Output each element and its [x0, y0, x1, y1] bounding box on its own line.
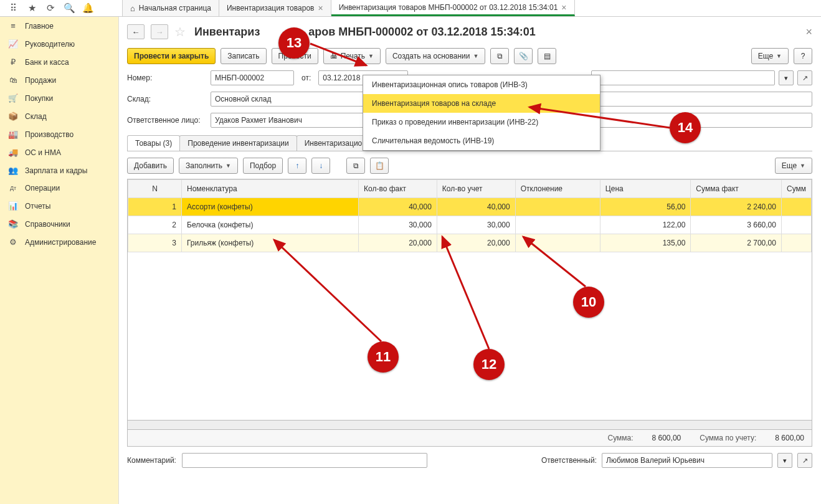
nav-payroll[interactable]: 👥Зарплата и кадры [0, 161, 118, 179]
nav-bank[interactable]: ₽Банк и касса [0, 53, 118, 71]
horizontal-scrollbar[interactable] [127, 421, 812, 430]
report-button[interactable]: ▤ [538, 48, 556, 64]
star-icon[interactable]: ☆ [174, 24, 186, 39]
close-icon[interactable]: × [561, 2, 566, 12]
col-n[interactable]: N [128, 180, 182, 198]
help-button[interactable]: ? [794, 48, 812, 64]
print-label: Печать [341, 52, 365, 60]
col-sum-cut[interactable]: Сумм [781, 180, 811, 198]
more-label: Еще [782, 161, 797, 170]
bell-icon[interactable]: 🔔 [78, 2, 97, 14]
annotation-11: 11 [368, 341, 399, 373]
close-page-button[interactable]: × [805, 26, 812, 39]
move-down-button[interactable]: ↓ [311, 158, 330, 174]
nav-label: Администрирование [25, 238, 96, 247]
chevron-down-icon: ▼ [225, 163, 231, 169]
table-more-button[interactable]: Еще▼ [775, 158, 812, 174]
chevron-down-icon: ▼ [368, 53, 374, 59]
nav-catalogs[interactable]: 📚Справочники [0, 215, 118, 233]
number-input[interactable]: МНБП-000002 [211, 70, 294, 85]
comment-input[interactable] [182, 453, 427, 468]
nav-purchase[interactable]: 🛒Покупки [0, 89, 118, 107]
forward-button[interactable]: → [151, 24, 168, 39]
create-based-label: Создать на основании [392, 52, 470, 60]
sum-label: Сумма: [607, 434, 633, 442]
search-icon[interactable]: 🔍 [60, 2, 78, 14]
footer-resp-input[interactable]: Любимов Валерий Юрьевич [602, 453, 772, 468]
cell-price: 135,00 [600, 234, 691, 252]
nav-warehouse[interactable]: 📦Склад [0, 107, 118, 125]
tab-inventory-doc[interactable]: Инвентаризация товаров МНБП-000002 от 03… [331, 0, 575, 16]
structure-button[interactable]: ⧉ [490, 48, 509, 64]
page-header: ← → ☆ Инвентаризация товаров МНБП-000002… [127, 24, 812, 39]
move-up-button[interactable]: ↑ [288, 158, 306, 174]
paste-button[interactable]: 📋 [370, 158, 389, 174]
more-button[interactable]: Еще▼ [751, 48, 789, 64]
nav-main[interactable]: ≡Главное [0, 17, 118, 35]
fill-label: Заполнить [186, 161, 222, 170]
tab-home[interactable]: ⌂ Начальная страница [123, 0, 219, 16]
write-button[interactable]: Записать [221, 48, 266, 64]
org-open-button[interactable]: ↗ [797, 70, 812, 85]
create-based-button[interactable]: Создать на основании▼ [386, 48, 485, 64]
print-item-inv3[interactable]: Инвентаризационная опись товаров (ИНВ-3) [363, 75, 600, 94]
nav-assets[interactable]: 🚚ОС и НМА [0, 143, 118, 161]
post-and-close-button[interactable]: Провести и закрыть [127, 48, 216, 64]
sidebar: ≡Главное 📈Руководителю ₽Банк и касса 🛍Пр… [0, 17, 119, 504]
tab-inventory-list[interactable]: Инвентаризация товаров × [219, 0, 331, 16]
org-input[interactable] [591, 70, 775, 85]
subtab-carrying[interactable]: Проведение инвентаризации [179, 135, 297, 151]
col-price[interactable]: Цена [600, 180, 691, 198]
chevron-down-icon: ▼ [473, 53, 478, 59]
cell-sum-fact: 2 700,00 [691, 234, 782, 252]
col-qty-fact[interactable]: Кол-во факт [359, 180, 437, 198]
cell-qty-acct: 40,000 [437, 198, 515, 216]
footer-row: Комментарий: Ответственный: Любимов Вале… [127, 453, 812, 468]
from-label: от: [301, 74, 311, 82]
table-row[interactable]: 3Грильяж (конфеты)20,00020,000135,002 70… [128, 234, 812, 252]
apps-icon[interactable]: ⠿ [4, 2, 22, 14]
nav-manager[interactable]: 📈Руководителю [0, 35, 118, 53]
attach-button[interactable]: 📎 [514, 48, 533, 64]
cell-sum-cut [781, 216, 811, 234]
footer-resp-label: Ответственный: [541, 456, 597, 465]
cell-sum-cut [781, 198, 811, 216]
table-row[interactable]: 2Белочка (конфеты)30,00030,000122,003 66… [128, 216, 812, 234]
responsible-label: Ответственное лицо: [127, 116, 207, 125]
nav-operations[interactable]: ДтОперации [0, 179, 118, 197]
nav-admin[interactable]: ⚙Администрирование [0, 233, 118, 251]
close-icon[interactable]: × [318, 3, 323, 13]
table-row[interactable]: 1Ассорти (конфеты)40,00040,00056,002 240… [128, 198, 812, 216]
history-icon[interactable]: ⟳ [41, 2, 60, 14]
nav-production[interactable]: 🏭Производство [0, 125, 118, 143]
chevron-down-icon: ▼ [800, 163, 805, 169]
col-nomenclature[interactable]: Номенклатура [182, 180, 359, 198]
print-menu: Инвентаризационная опись товаров (ИНВ-3)… [363, 75, 600, 151]
col-sum-fact[interactable]: Сумма факт [691, 180, 782, 198]
fill-button[interactable]: Заполнить▼ [179, 158, 238, 174]
col-qty-acct[interactable]: Кол-во учет [437, 180, 515, 198]
more-label: Еще [758, 52, 773, 60]
people-icon: 👥 [7, 166, 19, 175]
nav-reports[interactable]: 📊Отчеты [0, 197, 118, 215]
copy-button[interactable]: ⧉ [346, 158, 365, 174]
print-item-warehouse-inventory[interactable]: Инвентаризация товаров на складе [363, 94, 600, 113]
add-row-button[interactable]: Добавить [127, 158, 174, 174]
col-deviation[interactable]: Отклонение [515, 180, 600, 198]
print-item-inv19[interactable]: Сличительная ведомость (ИНВ-19) [363, 131, 600, 150]
goods-table[interactable]: N Номенклатура Кол-во факт Кол-во учет О… [127, 179, 812, 421]
cell-nomenclature: Ассорти (конфеты) [182, 198, 359, 216]
cell-nomenclature: Белочка (конфеты) [182, 216, 359, 234]
favorite-icon[interactable]: ★ [22, 2, 41, 14]
nav-label: Главное [25, 22, 54, 31]
cell-n: 3 [128, 234, 182, 252]
resp-open-button[interactable]: ↗ [797, 453, 812, 468]
nav-sales[interactable]: 🛍Продажи [0, 71, 118, 89]
subtab-goods[interactable]: Товары (3) [127, 135, 180, 151]
print-button[interactable]: 🖶Печать▼ [323, 48, 381, 64]
pick-button[interactable]: Подбор [243, 158, 283, 174]
back-button[interactable]: ← [127, 24, 145, 39]
resp-select-button[interactable]: ▾ [777, 453, 792, 468]
print-item-inv22[interactable]: Приказ о проведении инвентаризации (ИНВ-… [363, 113, 600, 131]
org-select-button[interactable]: ▾ [779, 70, 794, 85]
